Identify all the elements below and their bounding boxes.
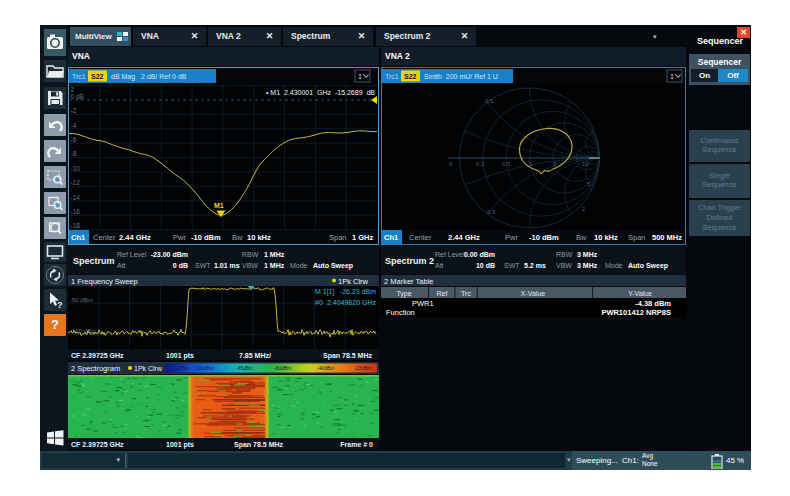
svg-text:VBW: VBW (242, 262, 258, 269)
svg-text:Trc1: Trc1 (385, 73, 399, 80)
svg-text:5.2 ms: 5.2 ms (524, 262, 546, 269)
svg-text:0 dB: 0 dB (71, 93, 84, 100)
svg-text:Span: Span (628, 233, 646, 242)
svg-text:Span: Span (329, 233, 347, 242)
svg-text:1: 1 (358, 73, 362, 80)
svg-text:SWT: SWT (195, 262, 211, 269)
svg-text:3 MHz: 3 MHz (577, 251, 598, 258)
svg-text:PWR101412 NRP8S: PWR101412 NRP8S (601, 308, 671, 317)
svg-text:1 MHz: 1 MHz (264, 262, 285, 269)
svg-text:Center: Center (409, 233, 432, 242)
svg-text:1Pk Clrw: 1Pk Clrw (338, 277, 369, 286)
svg-text:M 1[1]: M 1[1] (315, 288, 335, 296)
svg-text:Att: Att (435, 262, 444, 269)
svg-text:10: 10 (582, 161, 589, 167)
svg-text:Span 78.5 MHz: Span 78.5 MHz (323, 352, 373, 360)
svg-text:S22: S22 (404, 73, 417, 80)
svg-text:2.44 GHz: 2.44 GHz (448, 233, 480, 242)
svg-text:Bw: Bw (576, 233, 587, 242)
svg-text:2 Spectrogram: 2 Spectrogram (71, 364, 120, 373)
svg-text:Trc: Trc (461, 290, 471, 297)
svg-text:-23dBm: -23dBm (354, 365, 372, 371)
svg-text:1.01 ms: 1.01 ms (214, 262, 240, 269)
svg-text:0.2: 0.2 (476, 161, 485, 167)
svg-text:SWT: SWT (504, 262, 520, 269)
svg-text:-18: -18 (71, 222, 81, 229)
svg-text:Center: Center (93, 233, 116, 242)
svg-text:-16: -16 (71, 208, 81, 215)
svg-text:0.5: 0.5 (485, 98, 494, 104)
svg-text:Mode: Mode (290, 262, 308, 269)
svg-text:0.5: 0.5 (502, 161, 511, 167)
svg-text:10 dB: 10 dB (476, 262, 495, 269)
svg-text:Type: Type (396, 290, 411, 298)
svg-text:PWR1: PWR1 (412, 299, 434, 308)
svg-text:Ch1: Ch1 (71, 233, 85, 242)
svg-text:-12: -12 (71, 179, 81, 186)
svg-text:Spectrum: Spectrum (73, 256, 115, 266)
svg-text:-10 dBm: -10 dBm (529, 233, 559, 242)
svg-text:Mode: Mode (605, 262, 623, 269)
svg-text:2 Marker Table: 2 Marker Table (384, 277, 433, 286)
svg-text:-10: -10 (71, 165, 81, 172)
svg-text:1001 pts: 1001 pts (166, 441, 194, 449)
svg-text:Function: Function (386, 308, 415, 317)
svg-text:-6: -6 (71, 136, 77, 143)
svg-text:Pwr: Pwr (173, 233, 186, 242)
svg-text:Smith 200 mU/ Ref 1 U: Smith 200 mU/ Ref 1 U (424, 73, 498, 80)
svg-text:-50 dBm: -50 dBm (70, 297, 93, 303)
svg-text:2: 2 (553, 161, 557, 167)
svg-text:2.44 GHz: 2.44 GHz (119, 233, 151, 242)
svg-text:-40dBm: -40dBm (317, 365, 335, 371)
svg-text:Y-Value: Y-Value (628, 290, 652, 297)
svg-text:-14: -14 (71, 194, 81, 201)
svg-text:• M1 2.430001 GHz -15.2689: • M1 2.430001 GHz -15.2689 dB (266, 89, 375, 96)
svg-text:1: 1 (529, 161, 533, 167)
svg-text:-100dBm: -100dBm (194, 365, 214, 371)
svg-text:X-Value: X-Value (521, 290, 545, 297)
svg-text:1 MHz: 1 MHz (264, 251, 285, 258)
svg-text:RBW: RBW (242, 251, 259, 258)
svg-text:0.00 dBm: 0.00 dBm (464, 251, 495, 258)
svg-text:Ref Level: Ref Level (435, 251, 465, 258)
svg-text:Bw: Bw (232, 233, 243, 242)
svg-text:-23.00 dBm: -23.00 dBm (151, 251, 188, 258)
svg-text:Ref: Ref (437, 290, 448, 297)
svg-text:Ch1: Ch1 (384, 233, 398, 242)
svg-text:0.5: 0.5 (487, 209, 496, 215)
svg-text:1: 1 (670, 73, 674, 80)
svg-text:500 MHz: 500 MHz (652, 233, 682, 242)
svg-text:VBW: VBW (556, 262, 572, 269)
svg-text:-4: -4 (71, 122, 77, 129)
svg-text:1 GHz: 1 GHz (352, 233, 374, 242)
svg-text:Auto Sweep: Auto Sweep (313, 262, 353, 270)
svg-text:CF 2.39725 GHz: CF 2.39725 GHz (71, 352, 124, 359)
svg-text:10 kHz: 10 kHz (247, 233, 271, 242)
svg-text:Pwr: Pwr (505, 233, 518, 242)
svg-text:?: ? (57, 300, 63, 310)
svg-text:Ref Level: Ref Level (117, 251, 147, 258)
svg-text:7.85 MHz/: 7.85 MHz/ (239, 352, 271, 359)
svg-text:CF 2.39725 GHz: CF 2.39725 GHz (71, 441, 124, 448)
svg-text:-26.23 dBm: -26.23 dBm (340, 288, 376, 295)
svg-text:Span 78.5 MHz: Span 78.5 MHz (234, 441, 284, 449)
svg-text:RBW: RBW (556, 251, 573, 258)
svg-text:Att: Att (117, 262, 126, 269)
svg-text:10 kHz: 10 kHz (594, 233, 618, 242)
svg-text:-10 dBm: -10 dBm (191, 233, 221, 242)
svg-text:Trc1: Trc1 (72, 73, 86, 80)
svg-text:S22: S22 (91, 73, 104, 80)
svg-text:-2: -2 (71, 107, 77, 114)
svg-text:#0: #0 (315, 299, 323, 306)
svg-text:-120dBm: -120dBm (169, 365, 189, 371)
svg-text:2: 2 (71, 86, 75, 93)
svg-text:0: 0 (449, 161, 453, 167)
svg-text:2: 2 (582, 206, 586, 212)
svg-text:1001 pts: 1001 pts (166, 352, 194, 360)
svg-text:-60dBm: -60dBm (274, 365, 292, 371)
svg-text:3 MHz: 3 MHz (577, 262, 598, 269)
svg-text:-8: -8 (71, 150, 77, 157)
svg-text:Spectrum 2: Spectrum 2 (385, 256, 434, 266)
svg-text:0 dB: 0 dB (173, 262, 188, 269)
svg-text:-4.38 dBm: -4.38 dBm (635, 299, 671, 308)
